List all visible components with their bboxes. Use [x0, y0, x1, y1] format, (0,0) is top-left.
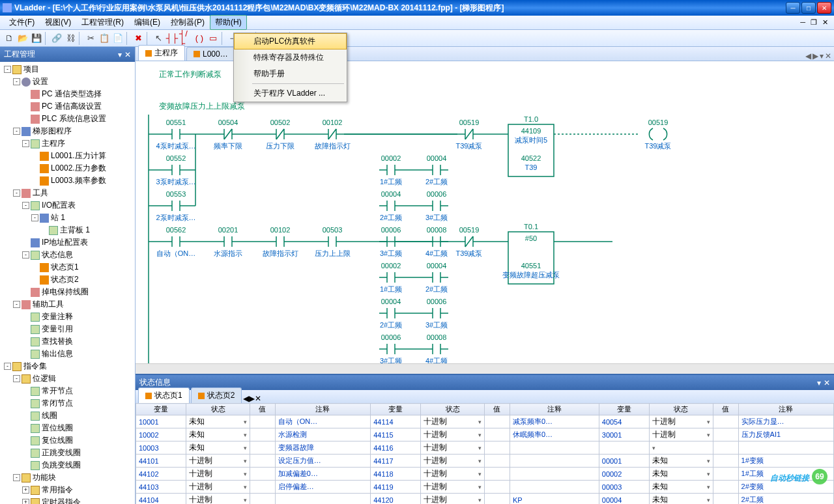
tree-item[interactable]: -项目	[1, 63, 134, 76]
cell[interactable]	[484, 415, 510, 428]
cell[interactable]: 水源检测	[275, 428, 370, 441]
menu-edit[interactable]: 编辑(E)	[129, 15, 165, 30]
cell[interactable]: 未知	[186, 441, 250, 455]
cell[interactable]: 44101	[136, 455, 186, 468]
cell[interactable]	[650, 441, 713, 455]
tree-item[interactable]: L0002.压力参数	[1, 162, 134, 175]
project-tree[interactable]: -项目-设置PC 通信类型选择PC 通信高级设置PLC 系统信息设置-梯形图程序…	[0, 62, 135, 504]
panel-close-icon[interactable]: ✕	[124, 50, 131, 59]
tree-item[interactable]: L0001.压力计算	[1, 150, 134, 162]
cell[interactable]	[484, 494, 510, 505]
tree-item[interactable]: 变量注释	[1, 311, 134, 323]
expand-icon[interactable]: -	[4, 66, 11, 73]
cell[interactable]: 1#变频	[738, 455, 833, 468]
link-icon[interactable]: 🔗	[50, 32, 63, 45]
cell[interactable]: 十进制	[186, 468, 250, 481]
tab-l000[interactable]: L000…	[186, 47, 235, 61]
cell[interactable]	[484, 468, 510, 481]
cell[interactable]: 00003	[599, 481, 649, 494]
cell[interactable]: 00004	[599, 494, 649, 505]
tree-item[interactable]: 线圈	[1, 410, 134, 422]
tree-item[interactable]: 常闭节点	[1, 397, 134, 410]
cell[interactable]: 实际压力显…	[738, 415, 833, 428]
cell[interactable]: 00002	[599, 468, 649, 481]
new-icon[interactable]: 🗋	[3, 32, 16, 45]
cell[interactable]: 加减偏差0…	[275, 468, 370, 481]
status-tab-1[interactable]: 状态页1	[138, 387, 190, 403]
menu-file[interactable]: 文件(F)	[4, 15, 40, 30]
table-row[interactable]: 44103十进制启停偏差…44119十进制00003未知2#变频	[136, 481, 834, 494]
cell[interactable]: 设定压力值…	[275, 455, 370, 468]
cell[interactable]: 十进制	[650, 428, 713, 441]
tab-prev-icon[interactable]: ◀	[805, 51, 811, 61]
cell[interactable]	[713, 441, 738, 455]
tree-item[interactable]: 输出信息	[1, 348, 134, 360]
cell[interactable]: 减泵频率0…	[510, 415, 599, 428]
col-header[interactable]: 注释	[275, 404, 370, 415]
col-header[interactable]: 注释	[510, 404, 599, 415]
cell[interactable]: 44118	[371, 468, 421, 481]
cell[interactable]: 未知	[650, 494, 713, 505]
cell[interactable]	[250, 441, 275, 455]
tree-item[interactable]: -辅助工具	[1, 298, 134, 311]
func-icon[interactable]: ▭	[207, 32, 220, 45]
menu-special-reg[interactable]: 特殊寄存器及特殊位	[234, 49, 347, 66]
cell[interactable]: 十进制	[421, 468, 485, 481]
status-tab-2[interactable]: 状态页2	[191, 387, 242, 403]
tree-item[interactable]: 常开节点	[1, 385, 134, 397]
cell[interactable]	[250, 481, 275, 494]
cell[interactable]: 2#变频	[738, 481, 833, 494]
cell[interactable]: 10002	[136, 428, 186, 441]
cell[interactable]	[510, 455, 599, 468]
tree-item[interactable]: 正跳变线圈	[1, 447, 134, 459]
col-header[interactable]: 值	[484, 404, 510, 415]
panel-pin-icon[interactable]: ▾	[817, 378, 821, 387]
tab-close-icon[interactable]: ✕	[825, 51, 831, 61]
cell[interactable]: 自动（ON…	[275, 415, 370, 428]
cell[interactable]: 十进制	[421, 441, 485, 455]
cell[interactable]	[510, 481, 599, 494]
cell[interactable]: 44104	[136, 494, 186, 505]
menu-manual[interactable]: 帮助手册	[234, 66, 347, 82]
tree-item[interactable]: 状态页2	[1, 273, 134, 286]
minimize-button[interactable]: ─	[786, 2, 800, 14]
tree-item[interactable]: -I/O配置表	[1, 199, 134, 212]
cell[interactable]	[713, 481, 738, 494]
contact-nc-icon[interactable]: ┤/├	[179, 32, 192, 45]
cell[interactable]	[713, 428, 738, 441]
expand-icon[interactable]: -	[13, 375, 20, 382]
tree-item[interactable]: 变量引用	[1, 323, 134, 335]
expand-icon[interactable]: -	[13, 128, 20, 135]
cell[interactable]	[275, 494, 370, 505]
table-row[interactable]: 10001未知自动（ON…44114十进制减泵频率0…40054十进制实际压力显…	[136, 415, 834, 428]
cell[interactable]: 十进制	[186, 455, 250, 468]
tree-item[interactable]: PC 通信高级设置	[1, 100, 134, 113]
tree-item[interactable]: 负跳变线圈	[1, 459, 134, 471]
cell[interactable]	[250, 428, 275, 441]
save-icon[interactable]: 💾	[30, 32, 43, 45]
coil-icon[interactable]: ( )	[193, 32, 206, 45]
cell[interactable]	[738, 441, 833, 455]
cell[interactable]: 十进制	[421, 481, 485, 494]
paste-icon[interactable]: 📄	[111, 32, 124, 45]
col-header[interactable]: 状态	[650, 404, 713, 415]
menu-about[interactable]: 关于程序 VLadder ...	[234, 85, 347, 102]
tree-item[interactable]: IP地址配置表	[1, 236, 134, 249]
expand-icon[interactable]: -	[22, 202, 29, 209]
h-scrollbar[interactable]	[136, 363, 834, 374]
cell[interactable]: 十进制	[421, 494, 485, 505]
tree-item[interactable]: 掉电保持线圈	[1, 286, 134, 298]
menu-view[interactable]: 视图(V)	[40, 15, 76, 30]
cell[interactable]	[713, 468, 738, 481]
cell[interactable]	[713, 415, 738, 428]
tree-item[interactable]: 复位线圈	[1, 434, 134, 447]
expand-icon[interactable]: -	[22, 140, 29, 147]
mdi-minimize[interactable]: ─	[798, 18, 807, 27]
close-button[interactable]: ✕	[817, 2, 831, 14]
table-row[interactable]: 44104十进制44120十进制KP00004未知2#工频	[136, 494, 834, 505]
cell[interactable]: 00001	[599, 455, 649, 468]
cell[interactable]: 未知	[650, 481, 713, 494]
cell[interactable]: 30001	[599, 428, 649, 441]
tree-item[interactable]: -设置	[1, 76, 134, 88]
menu-project[interactable]: 工程管理(R)	[76, 15, 129, 30]
